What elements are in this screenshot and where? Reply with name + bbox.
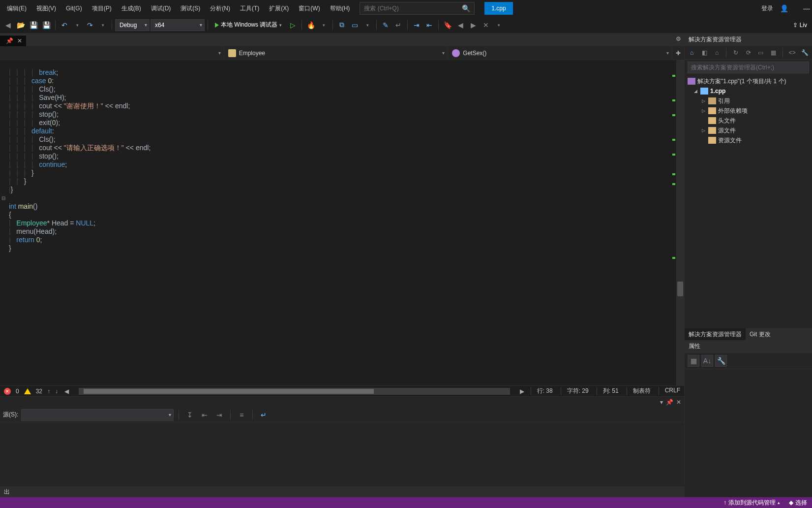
fold-toggle-icon[interactable]: ⊟ xyxy=(1,194,5,202)
output-source-dropdown[interactable] xyxy=(21,409,174,421)
platform-dropdown[interactable]: x64 xyxy=(150,19,205,31)
sources-node[interactable]: ▷ 源文件 xyxy=(685,126,812,135)
class-dropdown[interactable]: Employee xyxy=(224,46,449,60)
resources-node[interactable]: 资源文件 xyxy=(685,135,812,145)
horizontal-scrollbar[interactable] xyxy=(79,388,510,395)
show-all-files-icon[interactable]: ▦ xyxy=(768,47,779,59)
prev-issue-icon[interactable]: ↑ xyxy=(47,388,50,395)
method-dropdown[interactable]: GetSex() xyxy=(448,46,672,60)
back-button[interactable]: ◀ xyxy=(2,19,14,31)
prev-bookmark-icon[interactable]: ◀ xyxy=(454,19,466,31)
minimize-icon[interactable]: — xyxy=(803,4,810,12)
code-editor[interactable]: ⊟ | | | | break; | | | case 0: | | | | C… xyxy=(0,60,684,385)
alphabetical-icon[interactable]: A↓ xyxy=(701,355,713,367)
cursor-char[interactable]: 字符: 29 xyxy=(561,387,589,395)
pin-icon[interactable]: 📌 xyxy=(6,37,13,44)
indent-icon[interactable]: ⇥ xyxy=(411,19,422,31)
word-wrap-icon[interactable]: ↵ xyxy=(258,409,270,421)
redo-dropdown-icon[interactable]: ▾ xyxy=(97,19,109,31)
add-to-source-control[interactable]: ↑ 添加到源代码管理 ▴ xyxy=(723,499,780,507)
clear-bookmark-icon[interactable]: ✕ xyxy=(480,19,492,31)
global-search[interactable]: 🔍 xyxy=(360,2,475,15)
document-tab[interactable]: 📌 ✕ xyxy=(0,35,26,46)
solution-explorer-tab[interactable]: 解决方案资源管理器 xyxy=(685,328,746,340)
vertical-scrollbar[interactable] xyxy=(676,60,684,385)
select-repository[interactable]: ◆ 选择 xyxy=(789,499,807,507)
properties-grid[interactable] xyxy=(685,369,812,497)
outdent-icon[interactable]: ⇤ xyxy=(423,19,435,31)
configuration-dropdown[interactable]: Debug xyxy=(115,19,150,31)
menu-git[interactable]: Git(G) xyxy=(61,2,87,15)
clear-all-icon[interactable]: ≡ xyxy=(236,409,247,421)
menu-extensions[interactable]: 扩展(X) xyxy=(264,1,294,16)
home-solution-icon[interactable]: ⌂ xyxy=(712,47,722,59)
categorize-icon[interactable]: ▦ xyxy=(688,355,699,367)
output-content[interactable] xyxy=(0,422,684,486)
undo-dropdown-icon[interactable]: ▾ xyxy=(71,19,83,31)
property-pages-icon[interactable]: 🔧 xyxy=(715,355,727,367)
save-all-icon[interactable]: 💾 xyxy=(40,19,52,31)
user-icon[interactable]: 👤 xyxy=(780,4,788,12)
bookmark-icon[interactable]: 🔖 xyxy=(442,19,453,31)
pin-icon[interactable]: 📌 xyxy=(666,399,673,406)
scroll-thumb[interactable] xyxy=(677,282,683,296)
open-file-icon[interactable]: 📂 xyxy=(15,19,27,31)
cursor-col[interactable]: 列: 51 xyxy=(597,387,619,395)
line-ending[interactable]: CRLF xyxy=(659,387,680,395)
expand-icon[interactable]: ▷ xyxy=(700,108,706,113)
menu-edit[interactable]: 编辑(E) xyxy=(2,1,31,16)
word-wrap-icon[interactable]: ↵ xyxy=(392,19,404,31)
dropdown-icon[interactable]: ▾ xyxy=(660,399,663,406)
menu-help[interactable]: 帮助(H) xyxy=(325,1,355,16)
next-issue-icon[interactable]: ↓ xyxy=(55,388,58,395)
expand-icon[interactable]: ◢ xyxy=(692,89,698,94)
start-without-debugging-icon[interactable]: ▷ xyxy=(287,19,299,31)
split-editor-icon[interactable]: ✚ xyxy=(672,46,684,60)
solution-node[interactable]: 解决方案"1.cpp"(1 个项目/共 1 个) xyxy=(685,76,812,86)
tab-options-icon[interactable]: ⚙ xyxy=(676,35,681,42)
active-document-tab[interactable]: 1.cpp xyxy=(484,2,512,15)
dropdown-icon[interactable]: ▾ xyxy=(318,19,330,31)
window-group-icon[interactable]: ▭ xyxy=(349,19,361,31)
solution-search-input[interactable] xyxy=(691,64,806,71)
git-changes-tab[interactable]: Git 更改 xyxy=(746,328,775,340)
warning-icon[interactable] xyxy=(24,388,31,394)
go-to-source-icon[interactable]: ⇥ xyxy=(213,409,225,421)
undo-icon[interactable]: ↶ xyxy=(59,19,70,31)
menu-build[interactable]: 生成(B) xyxy=(117,1,146,16)
menu-analyze[interactable]: 分析(N) xyxy=(205,1,235,16)
save-icon[interactable]: 💾 xyxy=(28,19,39,31)
output-tab[interactable]: 出 xyxy=(0,486,684,497)
menu-window[interactable]: 窗口(W) xyxy=(294,1,325,16)
switch-view-icon[interactable]: ◧ xyxy=(699,47,709,59)
menu-tools[interactable]: 工具(T) xyxy=(235,1,264,16)
show-whitespace-icon[interactable]: ✎ xyxy=(380,19,391,31)
menu-view[interactable]: 视图(V) xyxy=(31,1,61,16)
scroll-right-icon[interactable]: ▶ xyxy=(519,388,526,395)
global-search-input[interactable] xyxy=(364,5,462,12)
sync-icon[interactable]: ⟳ xyxy=(743,47,753,59)
sign-in-button[interactable]: 登录 xyxy=(757,4,777,13)
dropdown-icon[interactable]: ▾ xyxy=(361,19,373,31)
scope-dropdown[interactable] xyxy=(0,46,224,60)
code-content[interactable]: | | | | break; | | | case 0: | | | | Cls… xyxy=(7,60,150,385)
hot-reload-icon[interactable]: 🔥 xyxy=(305,19,317,31)
expand-icon[interactable]: ▷ xyxy=(700,98,706,103)
properties-icon[interactable]: <> xyxy=(787,47,797,59)
close-tab-icon[interactable]: ✕ xyxy=(17,37,22,44)
go-to-next-icon[interactable]: ↧ xyxy=(184,409,196,421)
solution-search[interactable] xyxy=(688,62,809,73)
next-bookmark-icon[interactable]: ▶ xyxy=(467,19,479,31)
references-node[interactable]: ▷ 引用 xyxy=(685,96,812,106)
fold-gutter[interactable]: ⊟ xyxy=(0,60,7,385)
headers-node[interactable]: 头文件 xyxy=(685,116,812,126)
preview-icon[interactable]: 🔧 xyxy=(800,47,810,59)
home-icon[interactable]: ⌂ xyxy=(687,47,697,59)
menu-test[interactable]: 测试(S) xyxy=(176,1,205,16)
new-window-icon[interactable]: ⧉ xyxy=(336,19,348,31)
overflow-icon[interactable]: ▾ xyxy=(493,19,505,31)
indent-mode[interactable]: 制表符 xyxy=(627,387,651,395)
close-icon[interactable]: ✕ xyxy=(676,399,681,406)
error-icon[interactable]: ✕ xyxy=(4,388,11,395)
project-node[interactable]: ◢ 1.cpp xyxy=(685,86,812,96)
